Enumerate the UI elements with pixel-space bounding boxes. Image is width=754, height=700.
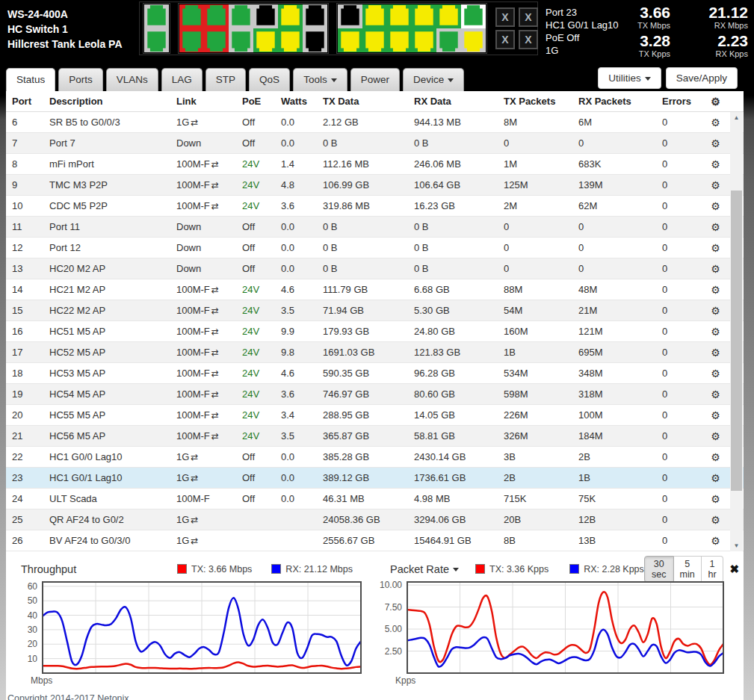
table-row[interactable]: 11Port 11DownOff0.00 B0 B000⚙ (6, 217, 744, 238)
port-settings-gear-icon[interactable]: ⚙ (701, 242, 730, 254)
port-icon-24[interactable] (461, 28, 486, 52)
port-icon-21[interactable] (436, 4, 461, 28)
table-row[interactable]: 7Port 7DownOff0.00 B0 B000⚙ (6, 133, 744, 154)
port-icon-20[interactable] (412, 28, 436, 52)
port-icon-15[interactable] (362, 4, 387, 28)
port-settings-gear-icon[interactable]: ⚙ (701, 535, 730, 547)
full-duplex-icon: ⇄ (211, 347, 218, 358)
packet-rate-dropdown[interactable]: Packet Rate (390, 563, 459, 575)
tab-status[interactable]: Status (6, 68, 55, 91)
port-settings-gear-icon[interactable]: ⚙ (701, 472, 730, 484)
table-row[interactable]: 25QR AF24 to G0/21G⇄24058.36 GB3294.06 G… (6, 509, 744, 530)
port-icon-7[interactable] (253, 4, 278, 28)
scroll-up-icon[interactable]: ▲ (730, 112, 743, 123)
close-charts-icon[interactable]: ✖ (729, 563, 739, 574)
port-icon-16[interactable] (362, 28, 387, 52)
port-settings-gear-icon[interactable]: ⚙ (701, 451, 730, 463)
port-settings-gear-icon[interactable]: ⚙ (701, 200, 730, 212)
tab-tools[interactable]: Tools (293, 68, 347, 91)
table-row[interactable]: 16HC51 M5 AP100M-F⇄24V9.9179.93 GB24.80 … (6, 321, 744, 342)
port-settings-gear-icon[interactable]: ⚙ (701, 409, 730, 421)
table-row[interactable]: 20HC55 M5 AP100M-F⇄24V3.4288.95 GB14.05 … (6, 405, 744, 426)
scrollbar-thumb[interactable] (731, 191, 742, 491)
port-icon-6[interactable] (229, 28, 253, 52)
port-icon-11[interactable] (303, 4, 327, 28)
range-5min-button[interactable]: 5 min (674, 556, 702, 583)
table-row[interactable]: 10CDC M5 P2P100M-F⇄24V3.6319.86 MB16.23 … (6, 196, 744, 217)
cell-link: 100M-F⇄ (170, 200, 236, 211)
port-icon-26[interactable] (144, 28, 169, 52)
port-icon-9[interactable] (278, 4, 303, 28)
table-row[interactable]: 9TMC M3 P2P100M-F⇄24V4.8106.99 GB106.64 … (6, 175, 744, 196)
port-settings-gear-icon[interactable]: ⚙ (701, 158, 730, 170)
port-settings-gear-icon[interactable]: ⚙ (701, 493, 730, 505)
port-settings-gear-icon[interactable]: ⚙ (701, 388, 730, 400)
table-row[interactable]: 26BV AF24 to G0/3/01G⇄2556.67 GB15464.91… (6, 530, 744, 551)
port-settings-gear-icon[interactable]: ⚙ (701, 117, 730, 128)
port-icon-23[interactable] (461, 4, 486, 28)
cell-rx-data: 80.60 GB (408, 388, 498, 400)
port-icon-1[interactable] (179, 4, 204, 28)
port-settings-gear-icon[interactable]: ⚙ (701, 368, 730, 380)
port-settings-gear-icon[interactable]: ⚙ (701, 430, 730, 442)
port-icon-5[interactable] (229, 4, 253, 28)
port-icon-18[interactable] (387, 28, 412, 52)
cell-tx-data: 288.95 GB (317, 409, 408, 421)
column-settings-gear-icon[interactable]: ⚙ (701, 96, 730, 108)
save-apply-button[interactable]: Save/Apply (666, 67, 738, 89)
port-icon-12[interactable] (303, 28, 327, 52)
table-row[interactable]: 12Port 12DownOff0.00 B0 B000⚙ (6, 238, 744, 258)
table-row[interactable]: 6SR B5 to G0/0/31G⇄Off0.02.12 GB944.13 M… (6, 112, 744, 133)
table-row[interactable]: 23HC1 G0/1 Lag101G⇄Off0.0389.12 GB1736.6… (6, 468, 744, 489)
tab-qos[interactable]: QoS (249, 68, 290, 91)
port-settings-gear-icon[interactable]: ⚙ (701, 263, 730, 275)
port-icon-10[interactable] (278, 28, 303, 52)
port-settings-gear-icon[interactable]: ⚙ (701, 221, 730, 233)
table-row[interactable]: 19HC54 M5 AP100M-F⇄24V3.6746.97 GB80.60 … (6, 384, 744, 405)
port-icon-19[interactable] (412, 4, 436, 28)
port-settings-gear-icon[interactable]: ⚙ (701, 137, 730, 149)
table-row[interactable]: 18HC53 M5 AP100M-F⇄24V4.6590.35 GB96.28 … (6, 363, 744, 384)
table-row[interactable]: 8mFi mPort100M-F⇄24V1.4112.16 MB246.06 M… (6, 154, 744, 175)
cell-rx-data: 16.23 GB (408, 200, 498, 211)
table-scrollbar[interactable]: ▲ ▼ (730, 112, 743, 551)
table-row[interactable]: 15HC22 M2 AP100M-F⇄24V3.571.94 GB5.30 GB… (6, 300, 744, 321)
table-row[interactable]: 17HC52 M5 AP100M-F⇄24V9.81691.03 GB121.8… (6, 342, 744, 363)
port-settings-gear-icon[interactable]: ⚙ (701, 326, 730, 338)
port-icon-4[interactable] (204, 28, 229, 52)
table-row[interactable]: 13HC20 M2 APDownOff0.00 B0 B000⚙ (6, 258, 744, 279)
tab-lag[interactable]: LAG (161, 68, 203, 91)
table-row[interactable]: 21HC56 M5 AP100M-F⇄24V3.5365.87 GB58.81 … (6, 426, 744, 447)
port-settings-gear-icon[interactable]: ⚙ (701, 179, 730, 191)
table-row[interactable]: 14HC21 M2 AP100M-F⇄24V4.6111.79 GB6.68 G… (6, 279, 744, 300)
cell-tx-data: 2.12 GB (317, 117, 408, 128)
range-1hr-button[interactable]: 1 hr (702, 556, 724, 583)
port-icon-25[interactable] (144, 4, 169, 28)
port-settings-gear-icon[interactable]: ⚙ (701, 305, 730, 317)
port-settings-gear-icon[interactable]: ⚙ (701, 347, 730, 359)
packet-rate-plot: 2.505.007.5010.00Kpps (375, 577, 744, 688)
tab-vlans[interactable]: VLANs (106, 68, 158, 91)
port-icon-13[interactable] (338, 4, 362, 28)
tab-ports[interactable]: Ports (58, 68, 103, 91)
port-icon-17[interactable] (387, 4, 412, 28)
table-row[interactable]: 24ULT Scada100M-FOff0.046.31 MB4.98 MB71… (6, 489, 744, 509)
port-settings-gear-icon[interactable]: ⚙ (701, 284, 730, 296)
port-icon-3[interactable] (204, 4, 229, 28)
scroll-down-icon[interactable]: ▼ (730, 540, 743, 551)
port-icon-2[interactable] (179, 28, 204, 52)
cell-rx-data: 246.06 MB (408, 158, 498, 170)
tab-stp[interactable]: STP (206, 68, 246, 91)
port-icon-14[interactable] (338, 28, 362, 52)
port-settings-gear-icon[interactable]: ⚙ (701, 514, 730, 526)
range-30sec-button[interactable]: 30 sec (644, 556, 674, 583)
tab-device[interactable]: Device (403, 68, 464, 91)
port-icon-8[interactable] (253, 28, 278, 52)
cell-watts: 0.0 (275, 472, 317, 483)
cell-description: HC55 M5 AP (43, 409, 170, 421)
table-row[interactable]: 22HC1 G0/0 Lag101G⇄Off0.0385.28 GB2430.1… (6, 447, 744, 468)
full-duplex-icon: ⇄ (211, 368, 218, 379)
tab-power[interactable]: Power (350, 68, 400, 91)
utilities-button[interactable]: Utilities (598, 67, 661, 89)
port-icon-22[interactable] (436, 28, 461, 52)
